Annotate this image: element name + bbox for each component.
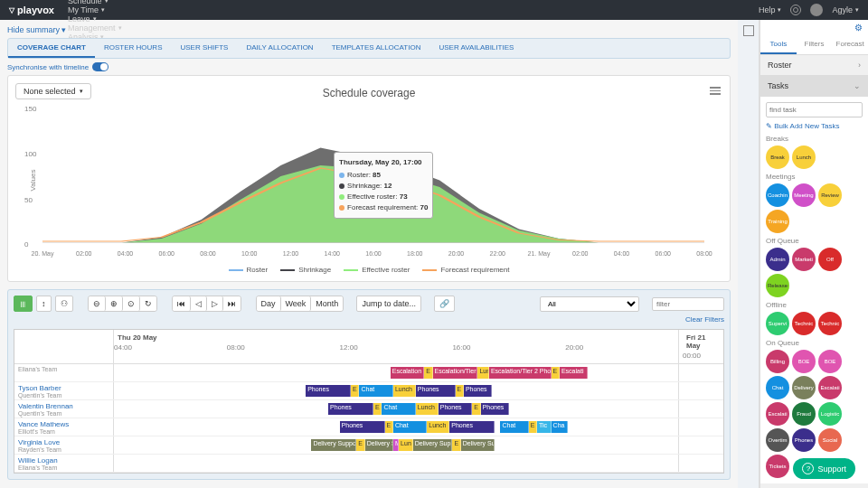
filter-select[interactable]: All (540, 296, 639, 312)
side-tab-filters[interactable]: Filters (797, 35, 833, 54)
tree-button[interactable]: ⚇ (55, 296, 73, 312)
task-pill[interactable]: Break (766, 145, 789, 169)
user-link[interactable]: Tyson Barber (18, 384, 61, 392)
task-bar[interactable]: Chat (393, 421, 427, 433)
task-pill[interactable]: Technic (792, 312, 816, 335)
task-bar[interactable]: Escalation (391, 367, 424, 379)
user-link[interactable]: Virginia Love (18, 438, 60, 446)
task-bar[interactable]: E (472, 403, 480, 415)
grid-button[interactable]: ⫼ (14, 296, 33, 312)
nav-my-time[interactable]: My Time (68, 5, 122, 14)
task-pill[interactable]: Off (818, 248, 842, 271)
settings-icon[interactable]: ⚙ (760, 20, 868, 35)
toggle-icon[interactable] (92, 62, 108, 71)
user-link[interactable]: Vance Mathews (18, 420, 69, 428)
task-bar[interactable]: Chat (382, 403, 415, 415)
first-button[interactable]: ⏮ (173, 296, 191, 311)
task-bar[interactable]: E (351, 385, 359, 397)
task-bar[interactable]: Lun (477, 367, 488, 379)
task-pill[interactable]: Fraud (792, 402, 816, 426)
user-link[interactable]: Valentin Brennan (18, 402, 73, 410)
task-pill[interactable]: Technic (818, 312, 842, 335)
task-pill[interactable]: Lunch (792, 145, 816, 169)
panel-icon[interactable] (743, 25, 754, 36)
zoom-out-button[interactable]: ⊖ (89, 296, 106, 311)
task-bar[interactable]: Escalati (560, 367, 588, 379)
tab-user-availabilities[interactable]: USER AVAILABILITIES (429, 39, 523, 58)
task-bar[interactable]: Cha (552, 421, 569, 433)
task-pill[interactable]: Billing (766, 350, 789, 373)
task-bar[interactable]: Chat (359, 385, 392, 397)
task-bar[interactable]: Delivery Supp (413, 439, 453, 451)
support-button[interactable]: Support (793, 458, 855, 479)
task-bar[interactable]: Lunch (393, 385, 416, 397)
jump-date-button[interactable]: Jump to date... (356, 296, 421, 312)
task-bar[interactable]: E (424, 367, 432, 379)
task-bar[interactable]: Lun (399, 439, 413, 451)
task-bar[interactable]: E (385, 421, 393, 433)
task-pill[interactable]: Training (766, 210, 789, 233)
task-bar[interactable]: Escalation/Tier 2 Phones (489, 367, 552, 379)
task-bar[interactable]: Phones (306, 385, 351, 397)
task-bar[interactable]: Tic (537, 421, 552, 433)
task-bar[interactable]: Lunch (416, 403, 439, 415)
task-bar[interactable]: Phones (449, 421, 495, 433)
fit-button[interactable]: ⊙ (123, 296, 140, 311)
next-button[interactable]: ▷ (207, 296, 223, 311)
task-bar[interactable]: Delivery Su (365, 439, 393, 451)
task-bar[interactable]: Phones (340, 421, 385, 433)
hamburger-icon[interactable] (710, 85, 721, 97)
find-task-input[interactable] (766, 102, 863, 117)
gear-icon[interactable] (790, 5, 801, 15)
task-pill[interactable]: Release (766, 274, 789, 297)
coverage-chart[interactable]: Values 150100500 20. May02:0004:0006:000… (42, 108, 704, 244)
series-dropdown[interactable]: None selected (15, 83, 91, 99)
clear-filters-link[interactable]: Clear Filters (14, 315, 724, 324)
task-bar[interactable]: E (356, 439, 364, 451)
task-bar[interactable]: Escalation/Tier 2 P (433, 367, 478, 379)
task-bar[interactable]: Delivery Support (311, 439, 356, 451)
task-bar[interactable]: E (529, 421, 537, 433)
bulk-add-link[interactable]: ✎ Bulk Add New Tasks (766, 122, 863, 130)
user-menu[interactable]: Agyle (832, 5, 859, 14)
task-bar[interactable]: Phones (481, 403, 509, 415)
task-pill[interactable]: Marketi (792, 248, 816, 271)
task-bar[interactable]: Phones (439, 403, 472, 415)
tab-coverage-chart[interactable]: COVERAGE CHART (8, 39, 95, 58)
task-bar[interactable]: Phones (464, 385, 492, 397)
tab-templates-allocation[interactable]: TEMPLATES ALLOCATION (323, 39, 430, 58)
roster-section[interactable]: Roster (760, 55, 868, 76)
tab-roster-hours[interactable]: ROSTER HOURS (95, 39, 171, 58)
side-tab-forecast[interactable]: Forecast (832, 35, 868, 54)
help-link[interactable]: Help (759, 5, 782, 14)
tasks-section[interactable]: Tasks (760, 76, 868, 97)
task-pill[interactable]: Delivery (792, 376, 816, 399)
task-pill[interactable]: Escalati (766, 402, 789, 426)
tab-daily-allocation[interactable]: DAILY ALLOCATION (237, 39, 322, 58)
task-pill[interactable]: Review (818, 183, 842, 207)
tab-user-shifts[interactable]: USER SHIFTS (171, 39, 237, 58)
task-pill[interactable]: Tickets (766, 455, 789, 478)
task-bar[interactable]: Lunch (427, 421, 449, 433)
link-button[interactable]: 🔗 (434, 296, 455, 312)
task-pill[interactable]: Logistic (818, 402, 842, 426)
task-pill[interactable]: Phones (792, 428, 816, 452)
task-bar[interactable]: Chat (500, 421, 528, 433)
task-pill[interactable]: BOE (792, 350, 816, 373)
task-bar[interactable]: E (456, 385, 464, 397)
task-pill[interactable]: BOE (818, 350, 842, 373)
month-button[interactable]: Month (311, 296, 343, 311)
task-bar[interactable]: E (552, 367, 560, 379)
week-button[interactable]: Week (281, 296, 312, 311)
prev-button[interactable]: ◁ (191, 296, 207, 311)
zoom-in-button[interactable]: ⊕ (106, 296, 123, 311)
sort-button[interactable]: ↕ (36, 296, 52, 312)
task-bar[interactable]: E (452, 439, 460, 451)
timeoff-section[interactable]: Time Off (760, 483, 868, 488)
task-bar[interactable]: Delivery Sup (461, 439, 495, 451)
side-tab-tools[interactable]: Tools (760, 35, 797, 54)
day-button[interactable]: Day (257, 296, 281, 311)
task-bar[interactable]: Phones (328, 403, 373, 415)
user-link[interactable]: Willie Logan (18, 456, 58, 465)
sync-timeline[interactable]: Synchronise with timeline (7, 62, 731, 71)
